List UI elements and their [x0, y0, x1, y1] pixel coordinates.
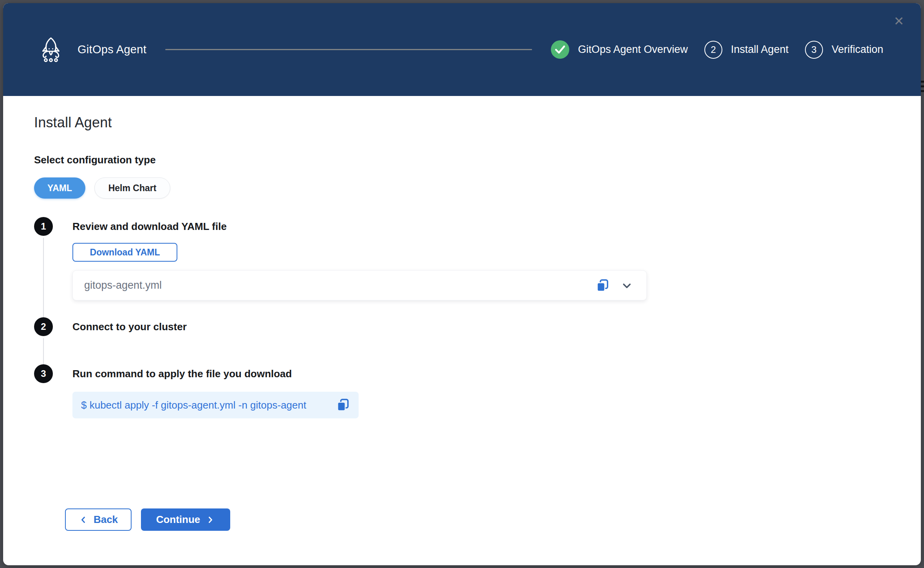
- copy-command-icon[interactable]: [334, 396, 352, 414]
- install-step-3: 3 Run command to apply the file you down…: [34, 364, 921, 418]
- gitops-agent-squid-logo-icon: [39, 37, 63, 63]
- back-button[interactable]: Back: [65, 508, 132, 531]
- step-number-circle: 3: [34, 364, 53, 383]
- yaml-file-accordion-row[interactable]: gitops-agent.yml: [72, 270, 647, 300]
- wizard-step-verification[interactable]: 3 Verification: [805, 41, 883, 59]
- config-option-yaml[interactable]: YAML: [34, 177, 85, 199]
- step-title: Connect to your cluster: [72, 317, 921, 336]
- copy-yaml-icon[interactable]: [594, 277, 611, 294]
- chevron-left-icon: [79, 515, 88, 525]
- chevron-right-icon: [206, 515, 215, 525]
- config-type-label: Select configuration type: [34, 154, 921, 166]
- background-page-menu-lines: [921, 81, 924, 95]
- step-title: Review and download YAML file: [72, 217, 921, 236]
- config-type-toggle: YAML Helm Chart: [34, 177, 921, 199]
- step-rail: 1: [34, 217, 53, 317]
- header-divider-line: [165, 49, 532, 50]
- step-complete-check-icon: [551, 40, 569, 59]
- wizard-step-label: Verification: [832, 43, 883, 56]
- continue-button[interactable]: Continue: [141, 508, 230, 531]
- back-button-label: Back: [94, 514, 118, 526]
- close-icon[interactable]: ✕: [890, 13, 908, 30]
- wizard-step-install-agent[interactable]: 2 Install Agent: [704, 41, 789, 59]
- page-background: { "header": { "title": "GitOps Agent", "…: [0, 0, 924, 568]
- wizard-step-label: Install Agent: [731, 43, 789, 56]
- step-rail: 3: [34, 364, 53, 418]
- wizard-progress-steps: GitOps Agent Overview 2 Install Agent 3 …: [551, 40, 883, 59]
- page-title: Install Agent: [34, 114, 921, 131]
- wizard-step-label: GitOps Agent Overview: [578, 43, 688, 56]
- yaml-file-name: gitops-agent.yml: [84, 279, 594, 291]
- step-number-badge: 3: [805, 41, 823, 59]
- dialog-content: Install Agent Select configuration type …: [3, 96, 921, 531]
- kubectl-command-text: $ kubectl apply -f gitops-agent.yml -n g…: [81, 399, 334, 411]
- download-yaml-button[interactable]: Download YAML: [72, 243, 177, 262]
- install-step-2: 2 Connect to your cluster: [34, 317, 921, 364]
- kubectl-command-block: $ kubectl apply -f gitops-agent.yml -n g…: [72, 392, 359, 418]
- wizard-title: GitOps Agent: [78, 43, 146, 56]
- step-title: Run command to apply the file you downlo…: [72, 364, 921, 383]
- install-step-1: 1 Review and download YAML file Download…: [34, 217, 921, 317]
- config-option-helm-chart[interactable]: Helm Chart: [94, 177, 170, 199]
- expand-yaml-chevron-down-icon[interactable]: [618, 277, 635, 294]
- wizard-step-overview[interactable]: GitOps Agent Overview: [551, 40, 688, 59]
- step-rail: 2: [34, 317, 53, 364]
- gitops-agent-wizard-dialog: GitOps Agent GitOps Agent Overview 2 Ins…: [3, 3, 921, 565]
- continue-button-label: Continue: [156, 514, 200, 526]
- wizard-header: GitOps Agent GitOps Agent Overview 2 Ins…: [3, 3, 921, 96]
- step-connector-line: [43, 338, 44, 364]
- step-number-circle: 2: [34, 317, 53, 336]
- step-number-badge: 2: [704, 41, 722, 59]
- step-number-circle: 1: [34, 217, 53, 236]
- wizard-footer: Back Continue: [65, 508, 921, 531]
- install-steps-list: 1 Review and download YAML file Download…: [34, 217, 921, 418]
- step-connector-line: [43, 238, 44, 317]
